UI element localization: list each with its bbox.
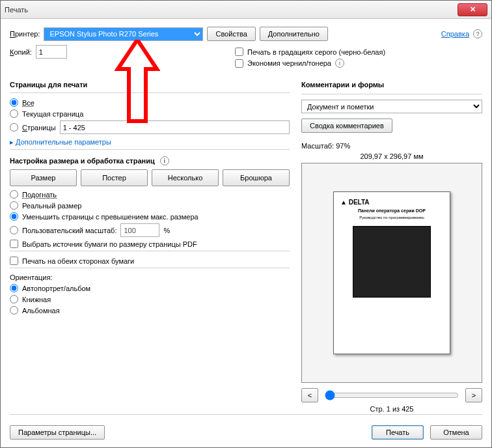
summarize-comments-button[interactable]: Сводка комментариев: [301, 119, 392, 133]
shrink-label: Уменьшить страницы с превышением макс. р…: [22, 213, 198, 221]
pages-all-label: Все: [22, 99, 34, 107]
orient-portrait-label: Книжная: [22, 296, 51, 303]
pages-all-radio[interactable]: [10, 98, 18, 107]
print-preview: ▲ DELTA Панели оператора серии DOP Руков…: [301, 163, 482, 383]
scale-value: 97%: [336, 142, 350, 150]
sizing-section-title: Настройка размера и обработка страниц: [10, 157, 155, 165]
copies-label: Копий:: [10, 48, 32, 56]
page-dimensions: 209,97 x 296,97 мм: [301, 152, 482, 160]
tab-multiple[interactable]: Несколько: [152, 169, 219, 186]
pages-range-radio[interactable]: [10, 123, 18, 132]
advanced-button[interactable]: Дополнительно: [260, 27, 328, 41]
orient-landscape-radio[interactable]: [10, 306, 18, 315]
economy-checkbox[interactable]: [235, 59, 243, 68]
help-icon[interactable]: ?: [473, 29, 482, 38]
tab-booklet[interactable]: Брошюра: [223, 169, 290, 186]
preview-line2: Руководство по программированию: [359, 216, 424, 219]
printer-label: Принтер:: [10, 30, 40, 38]
actual-label: Реальный размер: [22, 202, 81, 210]
print-button[interactable]: Печать: [372, 425, 424, 440]
percent-label: %: [163, 227, 170, 234]
orientation-label: Ориентация:: [10, 273, 290, 281]
shrink-radio[interactable]: [10, 212, 18, 221]
close-icon: ✕: [470, 5, 476, 14]
scale-label: Масштаб:: [301, 142, 334, 150]
window-title: Печать: [5, 6, 458, 14]
close-button[interactable]: ✕: [458, 3, 487, 16]
more-options-toggle[interactable]: ▸ Дополнительные параметры: [10, 138, 290, 147]
orient-portrait-radio[interactable]: [10, 295, 18, 303]
tab-poster[interactable]: Постер: [81, 169, 148, 186]
orient-auto-radio[interactable]: [10, 284, 18, 292]
pages-current-label: Текущая страница: [22, 110, 83, 118]
properties-button[interactable]: Свойства: [207, 27, 255, 41]
grayscale-checkbox[interactable]: [235, 48, 243, 56]
help-link[interactable]: Справка: [441, 30, 469, 38]
choose-source-label: Выбрать источник бумаги по размеру стран…: [22, 240, 197, 248]
preview-next-button[interactable]: >: [465, 388, 482, 402]
sizing-help-icon[interactable]: i: [160, 156, 169, 165]
pages-current-radio[interactable]: [10, 109, 18, 118]
cancel-button[interactable]: Отмена: [430, 425, 482, 440]
pages-range-input[interactable]: [60, 120, 290, 134]
preview-page: ▲ DELTA Панели оператора серии DOP Руков…: [333, 191, 450, 354]
custom-scale-radio[interactable]: [10, 226, 18, 234]
preview-logo: ▲ DELTA: [340, 199, 370, 206]
orient-landscape-label: Альбомная: [22, 307, 60, 315]
economy-label: Экономия чернил/тонера: [247, 59, 331, 67]
preview-slider[interactable]: [325, 390, 459, 400]
fit-label: Подогнать: [22, 191, 57, 199]
print-dialog: Печать ✕ Принтер: EPSON Stylus Photo R27…: [0, 0, 492, 448]
printer-select[interactable]: EPSON Stylus Photo R270 Series: [44, 27, 203, 41]
page-setup-button[interactable]: Параметры страницы...: [10, 425, 105, 440]
duplex-label: Печать на обеих сторонах бумаги: [22, 257, 134, 265]
choose-source-checkbox[interactable]: [10, 240, 18, 248]
grayscale-label: Печать в градациях серого (черно-белая): [247, 48, 385, 56]
orient-auto-label: Автопортрет/альбом: [22, 285, 90, 292]
economy-help-icon[interactable]: i: [335, 59, 344, 68]
pages-section-title: Страницы для печати: [10, 81, 290, 89]
fit-radio[interactable]: [10, 190, 18, 199]
tab-size[interactable]: Размер: [10, 169, 77, 186]
preview-line1: Панели оператора серии DOP: [358, 208, 426, 213]
comments-select[interactable]: Документ и пометки: [301, 100, 482, 113]
custom-scale-label: Пользовательский масштаб:: [22, 227, 116, 234]
preview-prev-button[interactable]: <: [301, 388, 318, 402]
actual-radio[interactable]: [10, 201, 18, 210]
pages-range-label: Страницы: [22, 124, 56, 132]
custom-scale-input[interactable]: [120, 223, 159, 237]
comments-section-title: Комментарии и формы: [301, 81, 482, 89]
duplex-checkbox[interactable]: [10, 257, 18, 265]
page-info: Стр. 1 из 425: [301, 405, 482, 413]
titlebar: Печать ✕: [1, 1, 491, 19]
copies-input[interactable]: [36, 45, 67, 59]
preview-image-placeholder: [353, 226, 431, 298]
